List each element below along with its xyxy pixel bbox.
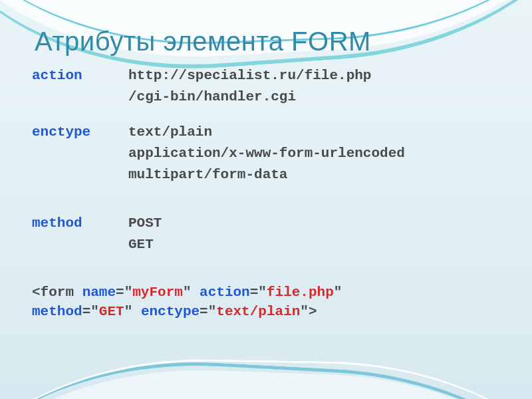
slide: Атрибуты элемента FORM action http://spe… [0,0,532,399]
code-attr-value: myForm [132,285,183,300]
code-eq: =" [116,285,132,300]
attr-name: method [32,214,128,233]
attr-value: multipart/form-data [128,166,287,184]
attr-value: text/plain [128,123,212,142]
code-tag-close: > [309,304,317,319]
attr-name: enctype [32,123,128,142]
code-quote: " [300,304,309,319]
attr-name-empty [32,166,128,184]
slide-body: action http://specialist.ru/file.php /cg… [32,66,500,321]
code-quote: " [124,304,133,319]
attr-name-empty [32,88,128,106]
code-line-2: method="GET" enctype="text/plain"> [32,303,500,321]
attr-row-action: action http://specialist.ru/file.php [32,66,500,85]
code-attr-value: text/plain [216,304,300,319]
attr-row-action-2: /cgi-bin/handler.cgi [32,88,500,106]
code-attr-value: GET [99,304,124,319]
decorative-swoosh [0,354,532,399]
code-line-1: <form name="myForm" action="file.php" [32,283,500,302]
attr-row-enctype: enctype text/plain [32,123,500,142]
code-attr-name: method [32,304,82,319]
code-eq: =" [250,285,267,300]
attr-row-enctype-2: application/x-www-form-urlencoded [32,144,500,163]
attr-name: action [32,66,128,85]
attr-row-method-2: GET [32,235,500,254]
attr-name-empty [32,144,128,163]
code-quote: " [334,285,342,300]
attr-value: application/x-www-form-urlencoded [128,144,405,163]
code-attr-name: action [200,285,250,300]
slide-title: Атрибуты элемента FORM [35,27,371,57]
code-eq: =" [82,304,99,319]
attr-value: GET [128,235,154,254]
code-attr-name: name [82,285,116,300]
code-tag-open: <form [32,285,82,300]
attr-name-empty [32,235,128,254]
attr-row-method: method POST [32,214,500,233]
attr-value: POST [128,214,162,233]
attr-row-enctype-3: multipart/form-data [32,166,500,184]
code-attr-name: enctype [141,304,200,319]
attr-value: /cgi-bin/handler.cgi [128,88,296,106]
decorative-swoosh [0,360,532,399]
attr-value: http://specialist.ru/file.php [128,66,371,85]
code-eq: =" [200,304,216,319]
code-space [132,304,141,319]
code-attr-value: file.php [267,285,334,300]
decorative-swoosh [0,348,532,399]
code-quote: " [183,285,192,300]
code-space [192,285,200,300]
